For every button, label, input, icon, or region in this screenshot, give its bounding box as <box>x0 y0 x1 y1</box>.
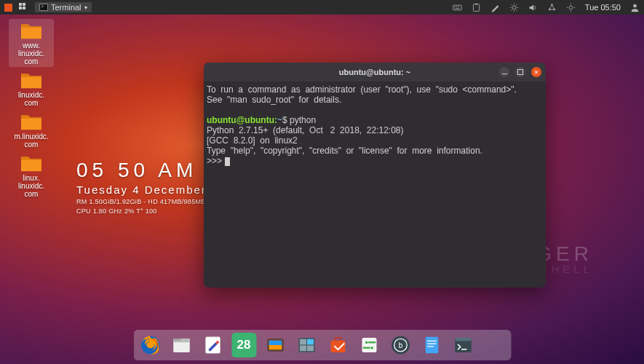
svg-rect-41 <box>368 341 375 344</box>
folder-icon <box>19 20 44 41</box>
svg-rect-50 <box>427 346 434 347</box>
svg-line-12 <box>511 4 512 5</box>
svg-point-42 <box>370 347 373 349</box>
dock-media[interactable] <box>263 333 287 357</box>
activities-icon[interactable] <box>4 4 12 12</box>
dock-calendar[interactable]: 28 <box>231 333 256 357</box>
dock-software[interactable] <box>325 333 350 357</box>
notes-icon[interactable] <box>490 3 500 12</box>
dock-files[interactable] <box>169 333 194 357</box>
desktop-folder[interactable]: www. linuxidc. com <box>9 19 54 67</box>
cursor-icon <box>225 157 230 166</box>
weather-icon[interactable] <box>566 3 576 12</box>
widget-sysinfo-2: CPU 1.80 GHz 2% T° 100 <box>76 207 207 215</box>
active-app-label: Terminal <box>51 3 82 12</box>
desktop-widget: 05 50 AM Tuesday 4 December RM 1.50GiB/1… <box>76 159 207 215</box>
dock-notes[interactable] <box>419 333 444 357</box>
widget-clock: 05 50 AM <box>76 159 207 182</box>
svg-rect-6 <box>475 3 477 4</box>
dock-firefox[interactable] <box>138 333 162 357</box>
terminal-command: python <box>290 115 316 125</box>
svg-rect-39 <box>362 338 376 352</box>
dock-show-apps[interactable] <box>482 333 506 357</box>
widget-sysinfo-1: RM 1.50GiB/1.92GiB - HD 417MB/985MB <box>76 198 207 205</box>
dock-app-b[interactable]: b <box>388 333 413 357</box>
svg-rect-4 <box>455 8 460 9</box>
brightness-icon[interactable] <box>509 3 519 12</box>
svg-rect-34 <box>300 339 306 345</box>
svg-line-13 <box>516 9 517 10</box>
terminal-window[interactable]: ubuntu@ubuntu: ~ To run a command as adm… <box>204 63 546 288</box>
desktop-folder[interactable]: linux. linuxidc. com <box>9 151 54 199</box>
terminal-repl-prompt: >>> <box>207 156 224 166</box>
svg-rect-32 <box>269 341 282 345</box>
folder-icon <box>19 70 44 90</box>
terminal-output: [GCC 8.2.0] on linux2 <box>207 135 298 146</box>
top-panel-left: Terminal ▾ <box>4 2 92 12</box>
active-app-menu[interactable]: Terminal ▾ <box>35 2 92 12</box>
dock: 28 b <box>133 330 511 360</box>
desktop-folder[interactable]: linuxidc. com <box>9 68 54 108</box>
clock-label[interactable]: Tue 05:50 <box>585 3 621 12</box>
clipboard-icon[interactable] <box>472 3 481 12</box>
widget-date: Tuesday 4 December <box>76 183 207 196</box>
terminal-line: See "man sudo_root" for details. <box>207 95 341 105</box>
window-titlebar[interactable]: ubuntu@ubuntu: ~ <box>204 63 546 82</box>
calendar-day: 28 <box>237 338 251 352</box>
svg-point-24 <box>633 4 637 7</box>
svg-rect-53 <box>461 349 467 350</box>
svg-rect-0 <box>453 5 461 10</box>
terminal-icon <box>39 4 48 11</box>
folder-icon <box>19 111 44 132</box>
svg-rect-5 <box>473 4 479 11</box>
window-controls <box>499 67 541 77</box>
volume-icon[interactable] <box>528 3 538 12</box>
terminal-output: Type "help", "copyright", "credits" or "… <box>207 146 482 156</box>
svg-point-7 <box>512 6 516 9</box>
svg-rect-35 <box>307 339 314 345</box>
folder-label: www. linuxidc. com <box>18 41 44 66</box>
dropdown-arrow-icon: ▾ <box>84 4 87 11</box>
svg-rect-3 <box>458 6 459 7</box>
folder-label: linux. linuxidc. com <box>18 174 44 198</box>
dock-workspaces[interactable] <box>294 333 319 357</box>
folder-label: m.linuxidc. com <box>14 132 48 149</box>
minimize-button[interactable] <box>499 67 509 77</box>
svg-text:b: b <box>398 341 402 349</box>
svg-rect-2 <box>456 6 458 7</box>
desktop-folder[interactable]: m.linuxidc. com <box>9 110 54 150</box>
svg-rect-36 <box>300 346 306 352</box>
svg-line-14 <box>511 9 512 10</box>
dock-text-editor[interactable] <box>200 333 225 357</box>
network-icon[interactable] <box>547 3 557 12</box>
maximize-button[interactable] <box>515 67 525 77</box>
svg-rect-49 <box>427 344 437 344</box>
top-panel: Terminal ▾ Tue 05:50 <box>0 0 644 15</box>
terminal-line: To run a command as administrator (user … <box>207 84 517 95</box>
close-button[interactable] <box>531 67 541 77</box>
terminal-prompt-user: ubuntu@ubuntu <box>207 115 274 125</box>
terminal-output: Python 2.7.15+ (default, Oct 2 2018, 22:… <box>207 125 404 135</box>
user-icon[interactable] <box>630 3 640 12</box>
desktop-icons: www. linuxidc. com linuxidc. com m.linux… <box>9 19 54 199</box>
terminal-prompt-path: ~ <box>277 115 282 125</box>
svg-rect-52 <box>455 338 472 341</box>
top-panel-right: Tue 05:50 <box>453 3 640 12</box>
svg-rect-1 <box>454 6 456 7</box>
applications-icon[interactable] <box>19 3 28 12</box>
svg-point-19 <box>569 6 573 9</box>
folder-icon <box>19 153 44 173</box>
window-title: ubuntu@ubuntu: ~ <box>204 68 546 76</box>
dock-terminal[interactable] <box>450 333 475 357</box>
svg-rect-43 <box>362 347 370 349</box>
terminal-content[interactable]: To run a command as administrator (user … <box>204 82 546 169</box>
dock-tweaks[interactable] <box>357 333 381 357</box>
svg-line-15 <box>516 4 517 5</box>
folder-label: linuxidc. com <box>18 91 44 107</box>
keyboard-icon[interactable] <box>453 3 462 12</box>
svg-rect-47 <box>425 337 438 354</box>
svg-rect-37 <box>307 346 314 352</box>
svg-point-40 <box>365 341 367 344</box>
svg-rect-48 <box>427 341 437 341</box>
